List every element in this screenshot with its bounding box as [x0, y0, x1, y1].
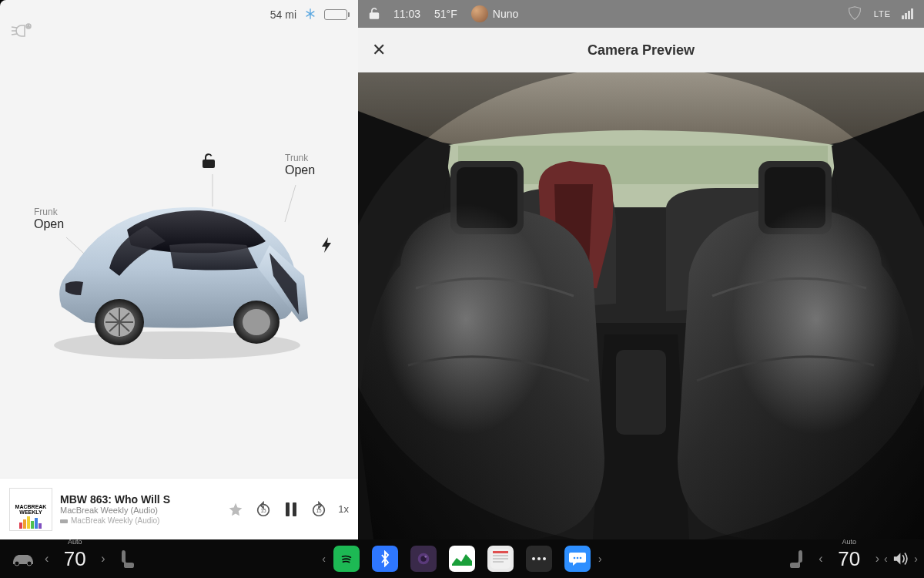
app-more[interactable]: [526, 546, 552, 572]
app-energy[interactable]: [449, 546, 475, 572]
favorite-icon[interactable]: [227, 501, 244, 518]
svg-rect-20: [31, 521, 34, 529]
media-title: MBW 863: Who Will S: [60, 493, 176, 506]
svg-rect-49: [493, 551, 508, 553]
app-browser[interactable]: [487, 546, 514, 572]
driver-name: Nuno: [493, 8, 518, 20]
snowflake-icon: [304, 8, 316, 22]
svg-point-46: [424, 556, 427, 558]
app-spotify[interactable]: [333, 546, 360, 572]
trunk-label: Trunk: [285, 153, 315, 163]
svg-rect-22: [38, 523, 42, 529]
outside-temp[interactable]: 51°F: [434, 8, 457, 20]
svg-rect-23: [60, 519, 68, 523]
camera-title: Camera Preview: [358, 42, 924, 59]
car-visualization: Frunk Open Trunk Open: [0, 29, 358, 478]
volume-icon[interactable]: ‹ ›: [884, 542, 918, 576]
passenger-temp-value[interactable]: 70: [832, 547, 866, 571]
tray-right-icon[interactable]: ›: [598, 553, 602, 565]
media-subtitle: MacBreak Weekly (Audio): [60, 506, 219, 515]
svg-rect-51: [493, 558, 508, 560]
route-shield-icon: [846, 5, 863, 24]
range-value: 54 mi: [270, 8, 296, 21]
driver-temp-down[interactable]: ‹: [40, 552, 53, 566]
camera-header: ✕ Camera Preview: [358, 28, 924, 72]
driver-temp-up[interactable]: ›: [96, 552, 109, 566]
lock-status-icon[interactable]: [369, 7, 380, 22]
svg-point-42: [27, 561, 32, 566]
svg-rect-27: [293, 502, 296, 516]
driver-profile[interactable]: Nuno: [471, 5, 518, 22]
connectivity-label: LTE: [874, 9, 891, 18]
clock: 11:03: [393, 8, 420, 20]
right-status-bar: 11:03 51°F Nuno LTE: [358, 0, 924, 28]
app-messages[interactable]: [564, 546, 591, 572]
media-source: MacBreak Weekly (Audio): [60, 516, 219, 525]
bottom-dock: Auto ‹ 70 › ‹ › Aut: [0, 539, 924, 578]
passenger-seat-heat-icon[interactable]: [780, 542, 814, 576]
driver-temp-mode: Auto: [68, 538, 82, 546]
svg-point-55: [543, 557, 546, 560]
svg-rect-50: [493, 555, 508, 556]
pause-icon[interactable]: [283, 501, 300, 518]
svg-point-57: [577, 557, 579, 560]
skip-forward-15-icon[interactable]: 15: [310, 501, 327, 518]
svg-point-58: [580, 557, 582, 560]
media-info[interactable]: MBW 863: Who Will S MacBreak Weekly (Aud…: [60, 493, 219, 525]
app-bluetooth[interactable]: [372, 546, 398, 572]
svg-rect-52: [493, 561, 504, 563]
driver-temp-value[interactable]: 70: [58, 547, 92, 571]
svg-point-41: [15, 561, 19, 566]
playback-speed[interactable]: 1x: [338, 503, 349, 515]
driver-temp-control: Auto ‹ 70 ›: [40, 547, 110, 571]
signal-icon: [902, 8, 913, 19]
svg-point-39: [732, 203, 901, 435]
battery-icon: [324, 9, 347, 20]
driving-panel: 54 mi A Frunk Open Trunk Open: [0, 0, 358, 539]
svg-rect-21: [35, 518, 38, 529]
left-status-bar: 54 mi: [0, 0, 358, 29]
close-icon[interactable]: ✕: [372, 40, 386, 60]
svg-line-0: [12, 27, 17, 28]
app-tray: ‹ ›: [144, 546, 781, 572]
avatar-icon: [471, 5, 488, 22]
album-art[interactable]: MACBREAK WEEKLY: [9, 488, 52, 531]
driver-seat-heat-icon[interactable]: [110, 542, 144, 576]
passenger-temp-control: Auto ‹ 70 ›: [814, 547, 884, 571]
svg-point-54: [537, 557, 541, 560]
svg-text:15: 15: [261, 507, 267, 512]
camera-feed: [358, 72, 924, 539]
svg-rect-19: [27, 516, 30, 529]
svg-text:15: 15: [316, 507, 323, 512]
svg-point-16: [243, 309, 270, 335]
tray-left-icon[interactable]: ‹: [322, 553, 326, 565]
svg-point-36: [381, 203, 551, 435]
car-controls-icon[interactable]: [6, 542, 40, 576]
lightning-icon[interactable]: [322, 237, 333, 256]
svg-point-53: [532, 557, 535, 560]
car-render: [38, 168, 316, 368]
svg-rect-18: [23, 519, 26, 529]
app-panel: 11:03 51°F Nuno LTE ✕ Camera Preview: [358, 0, 924, 539]
svg-point-56: [574, 557, 576, 560]
passenger-temp-up[interactable]: ›: [871, 552, 884, 566]
svg-rect-33: [616, 350, 666, 435]
svg-rect-26: [286, 502, 290, 516]
passenger-temp-mode: Auto: [842, 538, 856, 546]
app-dashcam[interactable]: [410, 546, 437, 572]
media-player: MACBREAK WEEKLY MBW 863: Who Will S MacB…: [0, 478, 358, 539]
skip-back-15-icon[interactable]: 15: [255, 501, 272, 518]
passenger-temp-down[interactable]: ‹: [814, 552, 827, 566]
svg-rect-17: [19, 523, 22, 529]
